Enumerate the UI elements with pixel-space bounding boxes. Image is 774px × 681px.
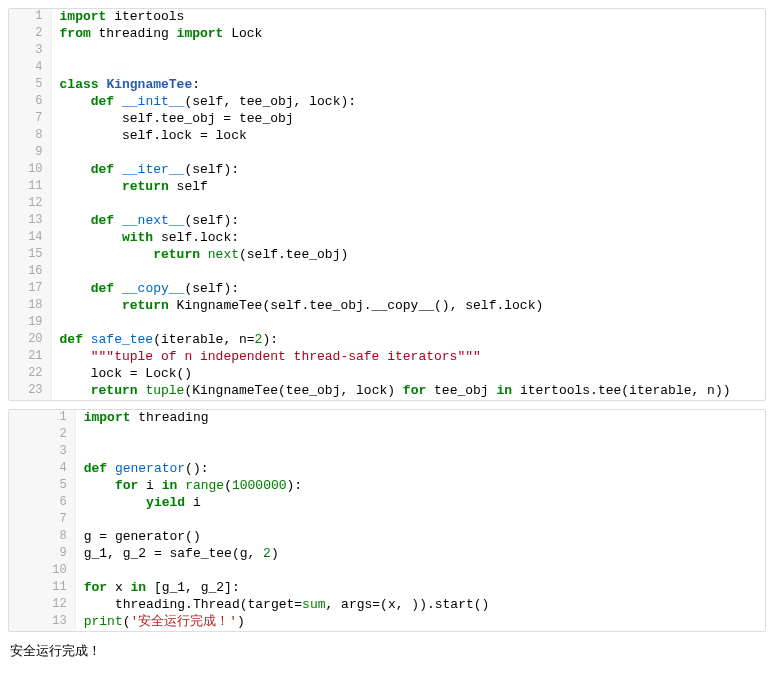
code-content: return self bbox=[51, 179, 765, 196]
code-content: return next(self.tee_obj) bbox=[51, 247, 765, 264]
code-line: 5class KingnameTee: bbox=[9, 77, 765, 94]
code-content: def __copy__(self): bbox=[51, 281, 765, 298]
code-line: 19 bbox=[9, 315, 765, 332]
code-line: 8 self.lock = lock bbox=[9, 128, 765, 145]
line-number: 13 bbox=[9, 614, 75, 631]
line-number: 20 bbox=[9, 332, 51, 349]
code-content: def safe_tee(iterable, n=2): bbox=[51, 332, 765, 349]
code-content: def generator(): bbox=[75, 461, 765, 478]
code-content: import itertools bbox=[51, 9, 765, 26]
code-content: yield i bbox=[75, 495, 765, 512]
code-line: 11 return self bbox=[9, 179, 765, 196]
code-content bbox=[75, 444, 765, 461]
code-content bbox=[75, 563, 765, 580]
line-number: 22 bbox=[9, 366, 51, 383]
code-content: return tuple(KingnameTee(tee_obj, lock) … bbox=[51, 383, 765, 400]
code-line: 4def generator(): bbox=[9, 461, 765, 478]
code-content bbox=[51, 145, 765, 162]
code-content: def __next__(self): bbox=[51, 213, 765, 230]
line-number: 9 bbox=[9, 546, 75, 563]
code-line: 8g = generator() bbox=[9, 529, 765, 546]
code-content: self.lock = lock bbox=[51, 128, 765, 145]
code-line: 12 threading.Thread(target=sum, args=(x,… bbox=[9, 597, 765, 614]
code-line: 20def safe_tee(iterable, n=2): bbox=[9, 332, 765, 349]
code-line: 18 return KingnameTee(self.tee_obj.__cop… bbox=[9, 298, 765, 315]
line-number: 6 bbox=[9, 94, 51, 111]
code-line: 11for x in [g_1, g_2]: bbox=[9, 580, 765, 597]
line-number: 8 bbox=[9, 128, 51, 145]
code-content: g_1, g_2 = safe_tee(g, 2) bbox=[75, 546, 765, 563]
code-line: 2from threading import Lock bbox=[9, 26, 765, 43]
line-number: 19 bbox=[9, 315, 51, 332]
code-line: 22 lock = Lock() bbox=[9, 366, 765, 383]
code-content bbox=[51, 60, 765, 77]
line-number: 1 bbox=[9, 410, 75, 427]
code-content: import threading bbox=[75, 410, 765, 427]
line-number: 9 bbox=[9, 145, 51, 162]
code-content: with self.lock: bbox=[51, 230, 765, 247]
line-number: 11 bbox=[9, 179, 51, 196]
line-number: 3 bbox=[9, 43, 51, 60]
line-number: 4 bbox=[9, 461, 75, 478]
code-line: 3 bbox=[9, 43, 765, 60]
code-block-1: 1import itertools2from threading import … bbox=[8, 8, 766, 401]
code-line: 7 self.tee_obj = tee_obj bbox=[9, 111, 765, 128]
line-number: 4 bbox=[9, 60, 51, 77]
line-number: 15 bbox=[9, 247, 51, 264]
code-line: 3 bbox=[9, 444, 765, 461]
code-content bbox=[75, 427, 765, 444]
code-content: threading.Thread(target=sum, args=(x, ))… bbox=[75, 597, 765, 614]
notebook: 1import itertools2from threading import … bbox=[8, 8, 766, 632]
line-number: 7 bbox=[9, 111, 51, 128]
code-line: 13 def __next__(self): bbox=[9, 213, 765, 230]
line-number: 21 bbox=[9, 349, 51, 366]
code-content: lock = Lock() bbox=[51, 366, 765, 383]
code-content: def __init__(self, tee_obj, lock): bbox=[51, 94, 765, 111]
code-line: 23 return tuple(KingnameTee(tee_obj, loc… bbox=[9, 383, 765, 400]
line-number: 1 bbox=[9, 9, 51, 26]
code-content bbox=[51, 43, 765, 60]
line-number: 6 bbox=[9, 495, 75, 512]
line-number: 2 bbox=[9, 427, 75, 444]
code-line: 17 def __copy__(self): bbox=[9, 281, 765, 298]
line-number: 12 bbox=[9, 196, 51, 213]
line-number: 5 bbox=[9, 478, 75, 495]
line-number: 2 bbox=[9, 26, 51, 43]
code-line: 13print('安全运行完成！') bbox=[9, 614, 765, 631]
code-content bbox=[51, 264, 765, 281]
code-content: self.tee_obj = tee_obj bbox=[51, 111, 765, 128]
code-content: from threading import Lock bbox=[51, 26, 765, 43]
code-content: for x in [g_1, g_2]: bbox=[75, 580, 765, 597]
code-line: 12 bbox=[9, 196, 765, 213]
code-content: return KingnameTee(self.tee_obj.__copy__… bbox=[51, 298, 765, 315]
code-content: class KingnameTee: bbox=[51, 77, 765, 94]
code-content: for i in range(1000000): bbox=[75, 478, 765, 495]
code-line: 21 """tuple of n independent thread-safe… bbox=[9, 349, 765, 366]
line-number: 11 bbox=[9, 580, 75, 597]
line-number: 10 bbox=[9, 162, 51, 179]
code-line: 4 bbox=[9, 60, 765, 77]
code-line: 16 bbox=[9, 264, 765, 281]
line-number: 12 bbox=[9, 597, 75, 614]
line-number: 17 bbox=[9, 281, 51, 298]
output-text: 安全运行完成！ bbox=[8, 640, 766, 665]
code-line: 1import threading bbox=[9, 410, 765, 427]
code-line: 5 for i in range(1000000): bbox=[9, 478, 765, 495]
code-content: print('安全运行完成！') bbox=[75, 614, 765, 631]
code-content: g = generator() bbox=[75, 529, 765, 546]
line-number: 18 bbox=[9, 298, 51, 315]
code-line: 1import itertools bbox=[9, 9, 765, 26]
line-number: 10 bbox=[9, 563, 75, 580]
code-block-2: 1import threading2 3 4def generator():5 … bbox=[8, 409, 766, 632]
code-content: def __iter__(self): bbox=[51, 162, 765, 179]
code-line: 10 def __iter__(self): bbox=[9, 162, 765, 179]
code-line: 10 bbox=[9, 563, 765, 580]
code-line: 6 yield i bbox=[9, 495, 765, 512]
line-number: 7 bbox=[9, 512, 75, 529]
line-number: 13 bbox=[9, 213, 51, 230]
code-line: 2 bbox=[9, 427, 765, 444]
code-content bbox=[51, 196, 765, 213]
line-number: 23 bbox=[9, 383, 51, 400]
code-content bbox=[75, 512, 765, 529]
code-content: """tuple of n independent thread-safe it… bbox=[51, 349, 765, 366]
